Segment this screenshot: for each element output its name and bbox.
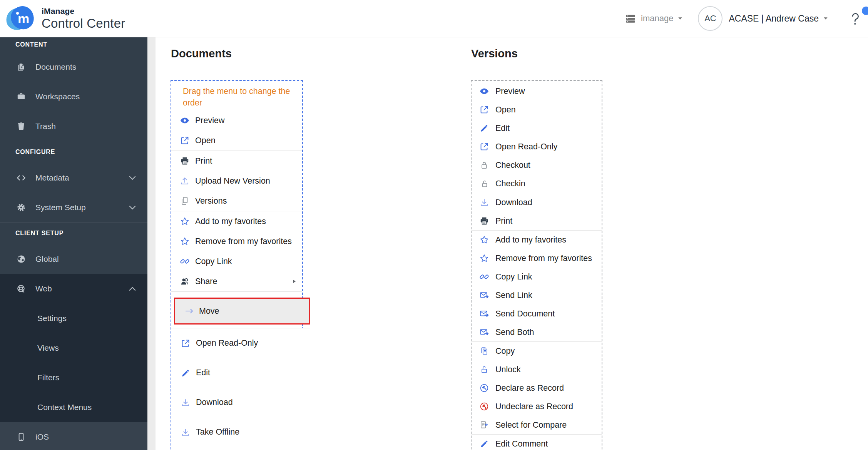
logo-letter: m bbox=[18, 12, 29, 25]
copy-link-icon bbox=[180, 256, 190, 266]
menu-item-label: Open Read-Only bbox=[495, 142, 557, 152]
menu-item-print[interactable]: Print bbox=[472, 212, 602, 230]
menu-section: DownloadPrint bbox=[472, 193, 602, 230]
help-button[interactable] bbox=[846, 10, 864, 27]
menu-item-copy-link[interactable]: Copy Link bbox=[472, 268, 602, 286]
menu-item-undeclare-as-record[interactable]: Undeclare as Record bbox=[472, 397, 602, 416]
favorite-star-icon bbox=[180, 216, 190, 226]
menu-item-preview[interactable]: Preview bbox=[472, 82, 602, 100]
open-external-icon bbox=[479, 105, 489, 115]
undeclare-record-icon bbox=[479, 401, 489, 412]
menu-item-label: Send Document bbox=[495, 309, 555, 319]
menu-item-label: Copy Link bbox=[195, 257, 232, 266]
menu-item-checkout[interactable]: Checkout bbox=[472, 156, 602, 174]
sidebar-item-metadata[interactable]: Metadata bbox=[0, 163, 147, 192]
menu-item-copy-link[interactable]: Copy Link bbox=[171, 251, 302, 271]
chevron-down-icon bbox=[127, 173, 137, 183]
open-external-icon bbox=[180, 136, 190, 146]
sidebar-section-label: CLIENT SETUP bbox=[0, 222, 147, 244]
submenu-arrow-icon bbox=[291, 279, 297, 284]
sidebar-item-label: iOS bbox=[35, 432, 49, 442]
sidebar-section-label: CONTENT bbox=[0, 37, 147, 52]
menu-item-edit-comment[interactable]: Edit Comment bbox=[472, 435, 602, 450]
imanage-logo-icon: m bbox=[6, 5, 36, 32]
sidebar-item-web[interactable]: Web bbox=[0, 274, 147, 303]
menu-item-download[interactable]: Download bbox=[171, 388, 310, 417]
sidebar-item-ios[interactable]: iOS bbox=[0, 422, 147, 450]
menu-item-add-to-my-favorites[interactable]: Add to my favorites bbox=[171, 211, 302, 231]
menu-item-open-read-only[interactable]: Open Read-Only bbox=[171, 328, 310, 358]
menu-item-label: Open bbox=[495, 105, 516, 115]
menu-item-upload-new-version[interactable]: Upload New Version bbox=[171, 171, 302, 191]
caret-down-icon bbox=[823, 15, 829, 22]
print-icon bbox=[180, 156, 190, 166]
sidebar-subitem-settings[interactable]: Settings bbox=[0, 303, 147, 333]
menu-item-unlock[interactable]: Unlock bbox=[472, 360, 602, 379]
menu-item-open[interactable]: Open bbox=[171, 130, 302, 151]
server-name[interactable]: imanage bbox=[641, 13, 673, 23]
send-mail-icon bbox=[479, 290, 489, 300]
edit-pencil-icon bbox=[479, 123, 489, 133]
documents-icon bbox=[16, 62, 26, 72]
checkout-lock-icon bbox=[479, 160, 489, 170]
sidebar-item-system-setup[interactable]: System Setup bbox=[0, 192, 147, 222]
menu-item-copy[interactable]: Copy bbox=[472, 342, 602, 360]
sidebar-subitem-views[interactable]: Views bbox=[0, 333, 147, 363]
documents-column-title: Documents bbox=[171, 47, 232, 60]
sidebar-subitem-filters[interactable]: Filters bbox=[0, 363, 147, 392]
menu-section: Open Read-OnlyEditDownloadTake Offline bbox=[171, 328, 310, 447]
menu-section: Add to my favoritesRemove from my favori… bbox=[171, 211, 302, 291]
header-right: imanage AC ACASE | Andrew Case bbox=[625, 6, 864, 31]
compare-doc-icon bbox=[479, 420, 489, 430]
menu-item-open[interactable]: Open bbox=[472, 100, 602, 119]
sidebar-item-documents[interactable]: Documents bbox=[0, 52, 147, 82]
menu-item-add-to-my-favorites[interactable]: Add to my favorites bbox=[472, 231, 602, 249]
versions-column-title: Versions bbox=[471, 47, 518, 60]
dragged-menu-item-move[interactable]: Move bbox=[174, 298, 310, 325]
menu-item-edit[interactable]: Edit bbox=[472, 119, 602, 137]
menu-section: Add to my favoritesRemove from my favori… bbox=[472, 230, 602, 341]
menu-item-declare-as-record[interactable]: Declare as Record bbox=[472, 379, 602, 397]
menu-item-send-both[interactable]: Send Both bbox=[472, 323, 602, 341]
sidebar-expanded-group: WebSettingsViewsFiltersContext Menus bbox=[0, 274, 147, 422]
edit-pencil-icon bbox=[181, 368, 191, 378]
copy-link-icon bbox=[479, 272, 489, 282]
menu-item-checkin[interactable]: Checkin bbox=[472, 174, 602, 193]
brand-product: iManage bbox=[42, 7, 125, 16]
documents-context-menu: Drag the menu to change the orderPreview… bbox=[171, 80, 303, 450]
sidebar-item-global[interactable]: Global bbox=[0, 244, 147, 274]
sidebar-item-workspaces[interactable]: Workspaces bbox=[0, 82, 147, 111]
sidebar-item-label: Global bbox=[35, 254, 59, 264]
menu-item-download[interactable]: Download bbox=[472, 193, 602, 212]
menu-item-versions[interactable]: Versions bbox=[171, 191, 302, 211]
menu-item-remove-from-my-favorites[interactable]: Remove from my favorites bbox=[171, 231, 302, 251]
menu-item-label: Undeclare as Record bbox=[495, 402, 573, 412]
declare-record-icon bbox=[479, 383, 489, 393]
sidebar-subitem-label: Settings bbox=[37, 314, 67, 323]
menu-item-print[interactable]: Print bbox=[171, 151, 302, 171]
sidebar-item-label: System Setup bbox=[35, 203, 86, 212]
preview-eye-icon bbox=[479, 86, 489, 96]
menu-item-label: Open bbox=[195, 136, 216, 146]
menu-item-preview[interactable]: Preview bbox=[171, 110, 302, 130]
menu-item-label: Edit Comment bbox=[495, 439, 548, 449]
user-name[interactable]: ACASE | Andrew Case bbox=[729, 13, 819, 24]
system-setup-icon bbox=[16, 202, 26, 212]
sidebar-item-trash[interactable]: Trash bbox=[0, 111, 147, 141]
sidebar-subitem-label: Filters bbox=[37, 373, 59, 382]
menu-item-remove-from-my-favorites[interactable]: Remove from my favorites bbox=[472, 249, 602, 268]
menu-item-label: Copy bbox=[495, 346, 515, 356]
menu-item-edit[interactable]: Edit bbox=[171, 358, 310, 388]
help-icon bbox=[846, 10, 864, 27]
avatar[interactable]: AC bbox=[698, 6, 722, 31]
menu-item-send-link[interactable]: Send Link bbox=[472, 286, 602, 304]
sidebar-subitem-context-menus[interactable]: Context Menus bbox=[0, 392, 147, 422]
menu-item-select-for-compare[interactable]: Select for Compare bbox=[472, 416, 602, 434]
menu-item-open-read-only[interactable]: Open Read-Only bbox=[472, 137, 602, 156]
menu-item-share[interactable]: Share bbox=[171, 271, 302, 291]
checkin-unlock-icon bbox=[479, 179, 489, 189]
menu-item-take-offline[interactable]: Take Offline bbox=[171, 417, 310, 447]
unlock-icon bbox=[479, 365, 489, 375]
menu-item-send-document[interactable]: Send Document bbox=[472, 304, 602, 323]
sidebar-scrollbar-gutter[interactable] bbox=[147, 37, 156, 450]
